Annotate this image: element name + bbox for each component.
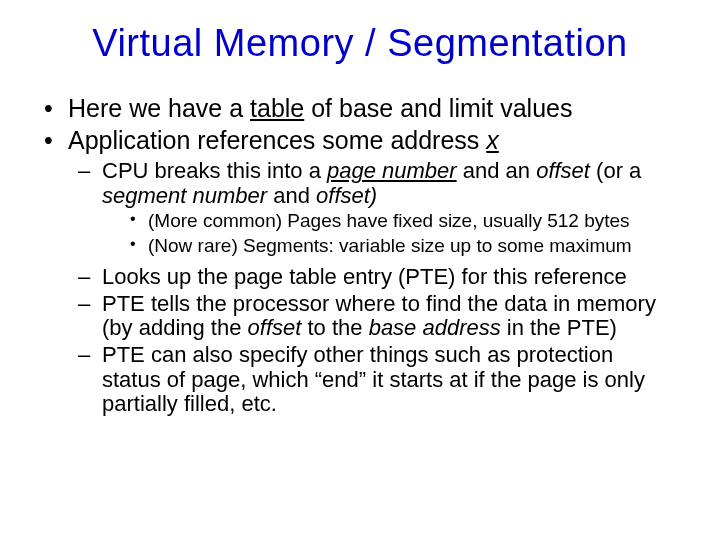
l3-item: (More common) Pages have fixed size, usu… bbox=[130, 210, 660, 232]
italic-term: segment number bbox=[102, 183, 267, 208]
l1-item: Here we have a table of base and limit v… bbox=[44, 93, 690, 123]
l2-item: Looks up the page table entry (PTE) for … bbox=[78, 265, 670, 290]
underline-table: table bbox=[250, 94, 304, 122]
bullet-list-level3: (More common) Pages have fixed size, usu… bbox=[102, 210, 670, 257]
text: and bbox=[267, 183, 316, 208]
bullet-list-level2: CPU breaks this into a page number and a… bbox=[30, 159, 690, 417]
text: to the bbox=[301, 315, 368, 340]
italic-term: base address bbox=[369, 315, 501, 340]
l3-item: (Now rare) Segments: variable size up to… bbox=[130, 235, 660, 257]
text: CPU breaks this into a bbox=[102, 158, 327, 183]
slide-title: Virtual Memory / Segmentation bbox=[30, 22, 690, 65]
l1-item: Application references some address x bbox=[44, 125, 690, 155]
l2-item: PTE tells the processor where to find th… bbox=[78, 292, 670, 341]
italic-term: offset bbox=[248, 315, 302, 340]
text: in the PTE) bbox=[501, 315, 617, 340]
text: of base and limit values bbox=[304, 94, 572, 122]
text: (or a bbox=[590, 158, 641, 183]
bullet-list-level1: Here we have a table of base and limit v… bbox=[30, 93, 690, 155]
text: Application references some address bbox=[68, 126, 486, 154]
underline-italic-x: x bbox=[486, 126, 499, 154]
text: Here we have a bbox=[68, 94, 250, 122]
l2-item: PTE can also specify other things such a… bbox=[78, 343, 670, 417]
italic-term: offset bbox=[536, 158, 590, 183]
italic-term: offset) bbox=[316, 183, 377, 208]
slide: Virtual Memory / Segmentation Here we ha… bbox=[0, 0, 720, 540]
text: and an bbox=[457, 158, 537, 183]
underline-italic-term: page number bbox=[327, 158, 457, 183]
l2-item: CPU breaks this into a page number and a… bbox=[78, 159, 670, 257]
